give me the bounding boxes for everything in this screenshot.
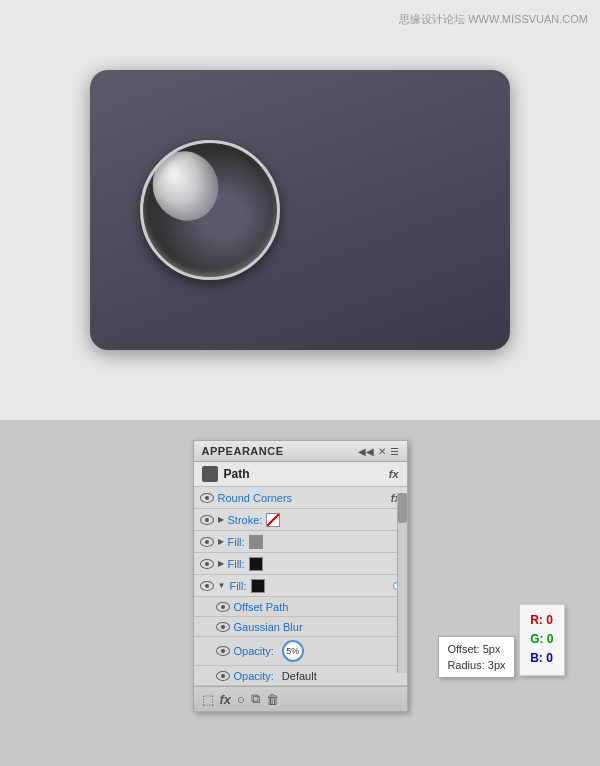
opacity-circle-row: Opacity: 5% (194, 637, 407, 666)
eye-icon-3[interactable] (200, 537, 214, 547)
opacity-default-value: Default (282, 670, 317, 682)
radius-tooltip: Radius: 3px (447, 657, 505, 673)
duplicate-icon[interactable]: ⧉ (251, 691, 260, 707)
panel-header: APPEARANCE ◀◀ ✕ ☰ (194, 441, 407, 462)
panel-menu-btn[interactable]: ☰ (390, 446, 399, 457)
fill3-swatch[interactable] (251, 579, 265, 593)
path-icon (202, 466, 218, 482)
fill3-arrow[interactable]: ▼ (218, 581, 226, 590)
fill1-swatch[interactable] (249, 535, 263, 549)
fill1-label[interactable]: Fill: (228, 536, 245, 548)
fill1-arrow[interactable]: ▶ (218, 537, 224, 546)
circle-icon (140, 140, 280, 280)
gaussian-blur-label[interactable]: Gaussian Blur (234, 621, 303, 633)
bottom-area: APPEARANCE ◀◀ ✕ ☰ Path fx Round Corners … (0, 420, 600, 766)
rgb-b-label: B: (530, 651, 543, 665)
offset-path-label[interactable]: Offset Path (234, 601, 289, 613)
radius-text: Radius: 3px (447, 659, 505, 671)
opacity-default-row: Opacity: Default (194, 666, 407, 686)
eye-icon-7[interactable] (216, 622, 230, 632)
rgb-r-value: 0 (546, 613, 553, 627)
stroke-swatch[interactable] (266, 513, 280, 527)
watermark: 思缘设计论坛 WWW.MISSVUAN.COM (399, 12, 588, 27)
rgb-r-row: R: 0 (530, 611, 553, 630)
circle-rim (143, 143, 277, 277)
fill3-label[interactable]: Fill: (229, 580, 246, 592)
fill1-row: ▶ Fill: (194, 531, 407, 553)
path-label: Path (224, 467, 250, 481)
round-corners-row: Round Corners fx (194, 487, 407, 509)
panel-collapse-btn[interactable]: ◀◀ (358, 446, 374, 457)
opacity-label-1: Opacity: (234, 645, 274, 657)
circle-icon-footer[interactable]: ○ (237, 692, 245, 707)
fill2-label[interactable]: Fill: (228, 558, 245, 570)
fx-button[interactable]: fx (389, 468, 399, 480)
eye-icon-9[interactable] (216, 671, 230, 681)
gaussian-blur-row: Gaussian Blur (194, 617, 407, 637)
offset-text: Offset: 5px (447, 643, 500, 655)
eye-icon-5[interactable] (200, 581, 214, 591)
eye-icon-4[interactable] (200, 559, 214, 569)
stroke-label[interactable]: Stroke: (228, 514, 263, 526)
new-layer-icon[interactable]: ⬚ (202, 692, 214, 707)
opacity-value: 5% (286, 646, 299, 656)
rgb-g-label: G: (530, 632, 543, 646)
scrollbar[interactable] (397, 493, 407, 673)
offset-tooltip: Offset: 5px (447, 641, 505, 657)
stroke-arrow[interactable]: ▶ (218, 515, 224, 524)
dark-card (90, 70, 510, 350)
opacity-circle[interactable]: 5% (282, 640, 304, 662)
panel-footer: ⬚ fx ○ ⧉ 🗑 (194, 686, 407, 711)
panel-title: APPEARANCE (202, 445, 284, 457)
trash-icon[interactable]: 🗑 (266, 692, 279, 707)
fill3-row: ▼ Fill: (194, 575, 407, 597)
rgb-b-row: B: 0 (530, 649, 553, 668)
rgb-r-label: R: (530, 613, 543, 627)
rgb-g-value: 0 (547, 632, 554, 646)
stroke-row: ▶ Stroke: (194, 509, 407, 531)
eye-icon-1[interactable] (200, 493, 214, 503)
eye-icon-2[interactable] (200, 515, 214, 525)
appearance-panel: APPEARANCE ◀◀ ✕ ☰ Path fx Round Corners … (193, 440, 408, 712)
offset-path-row: Offset Path (194, 597, 407, 617)
rgb-b-value: 0 (546, 651, 553, 665)
rgb-g-row: G: 0 (530, 630, 553, 649)
fill2-arrow[interactable]: ▶ (218, 559, 224, 568)
eye-icon-6[interactable] (216, 602, 230, 612)
fx-footer-icon[interactable]: fx (220, 692, 232, 707)
panel-close-btn[interactable]: ✕ (378, 446, 386, 457)
rgb-popup: R: 0 G: 0 B: 0 (519, 604, 564, 676)
canvas-area: 思缘设计论坛 WWW.MISSVUAN.COM (0, 0, 600, 420)
eye-icon-8[interactable] (216, 646, 230, 656)
tooltip-popup: Offset: 5px Radius: 3px (438, 636, 514, 678)
round-corners-label[interactable]: Round Corners (218, 492, 293, 504)
fill2-swatch[interactable] (249, 557, 263, 571)
path-row: Path fx (194, 462, 407, 487)
panel-controls: ◀◀ ✕ ☰ (358, 446, 399, 457)
opacity-label-2: Opacity: (234, 670, 274, 682)
scrollbar-thumb[interactable] (398, 493, 407, 523)
fill2-row: ▶ Fill: (194, 553, 407, 575)
